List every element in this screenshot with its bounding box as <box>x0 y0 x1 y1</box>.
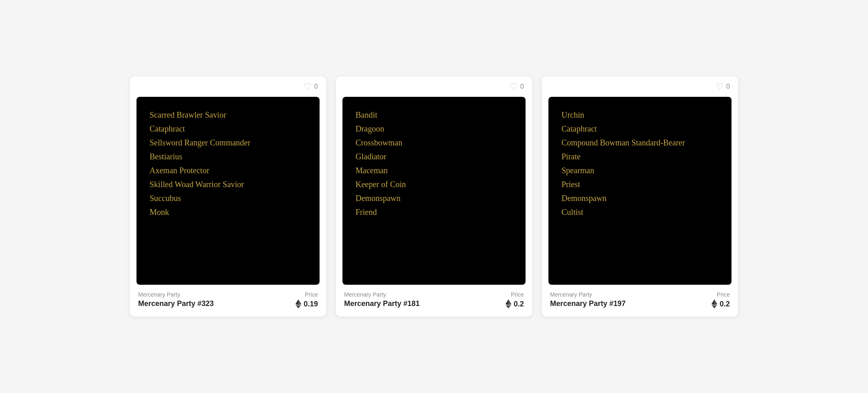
footer-row: Mercenary PartyMercenary Party #197Price… <box>550 291 730 308</box>
character-item: Dragoon <box>356 122 512 135</box>
price-label: Price <box>295 291 318 298</box>
like-count: 0 <box>314 83 318 90</box>
price-section: Price 0.2 <box>506 291 524 308</box>
character-item: Sellsword Ranger Commander <box>150 136 306 149</box>
footer-row: Mercenary PartyMercenary Party #181Price… <box>344 291 524 308</box>
svg-marker-3 <box>298 305 301 309</box>
character-item: Demonspawn <box>562 192 718 205</box>
heart-icon[interactable]: ♡ <box>716 82 724 91</box>
character-item: Scarred Brawler Savior <box>150 108 306 121</box>
party-name[interactable]: Mercenary Party #197 <box>550 299 626 308</box>
price-section: Price 0.2 <box>711 291 730 308</box>
like-count: 0 <box>520 83 524 90</box>
like-count: 0 <box>726 83 730 90</box>
cards-container: ♡0Scarred Brawler SaviorCataphractSellsw… <box>107 76 761 317</box>
price-value: 0.2 <box>506 299 524 308</box>
ethereum-icon <box>295 299 301 308</box>
card-3: ♡0UrchinCataphractCompound Bowman Standa… <box>542 76 738 317</box>
card-header: ♡0 <box>130 76 326 97</box>
svg-marker-10 <box>714 299 717 305</box>
price-number: 0.2 <box>514 300 524 308</box>
party-info: Mercenary PartyMercenary Party #197 <box>550 291 626 308</box>
card-image: BanditDragoonCrossbowmanGladiatorMaceman… <box>342 97 526 285</box>
character-item: Cataphract <box>150 122 306 135</box>
card-image: UrchinCataphractCompound Bowman Standard… <box>548 97 732 285</box>
price-number: 0.2 <box>720 300 730 308</box>
character-item: Axeman Protector <box>150 164 306 177</box>
price-value: 0.2 <box>711 299 730 308</box>
character-item: Demonspawn <box>356 192 512 205</box>
card-image: Scarred Brawler SaviorCataphractSellswor… <box>136 97 320 285</box>
price-label: Price <box>711 291 730 298</box>
svg-marker-2 <box>298 299 301 305</box>
party-label: Mercenary Party <box>344 291 420 298</box>
character-list: BanditDragoonCrossbowmanGladiatorMaceman… <box>356 108 512 219</box>
svg-marker-7 <box>508 305 511 309</box>
character-list: Scarred Brawler SaviorCataphractSellswor… <box>150 108 306 219</box>
character-item: Gladiator <box>356 150 512 163</box>
character-item: Succubus <box>150 192 306 205</box>
card-1: ♡0Scarred Brawler SaviorCataphractSellsw… <box>130 76 326 317</box>
character-item: Priest <box>562 178 718 191</box>
character-item: Urchin <box>562 108 718 121</box>
card-header: ♡0 <box>542 76 738 97</box>
price-section: Price 0.19 <box>295 291 318 308</box>
ethereum-icon <box>506 299 511 308</box>
party-name[interactable]: Mercenary Party #323 <box>138 299 214 308</box>
price-value: 0.19 <box>295 299 318 308</box>
character-item: Cataphract <box>562 122 718 135</box>
character-item: Bandit <box>356 108 512 121</box>
character-item: Keeper of Coin <box>356 178 512 191</box>
ethereum-icon <box>711 299 717 308</box>
character-item: Monk <box>150 205 306 219</box>
party-name[interactable]: Mercenary Party #181 <box>344 299 420 308</box>
card-2: ♡0BanditDragoonCrossbowmanGladiatorMacem… <box>336 76 532 317</box>
character-item: Bestiarius <box>150 150 306 163</box>
heart-icon[interactable]: ♡ <box>510 82 518 91</box>
character-list: UrchinCataphractCompound Bowman Standard… <box>562 108 718 219</box>
character-item: Friend <box>356 205 512 219</box>
party-info: Mercenary PartyMercenary Party #181 <box>344 291 420 308</box>
character-item: Maceman <box>356 164 512 177</box>
card-footer: Mercenary PartyMercenary Party #323Price… <box>130 285 326 317</box>
footer-row: Mercenary PartyMercenary Party #323Price… <box>138 291 318 308</box>
svg-marker-6 <box>508 299 511 305</box>
heart-icon[interactable]: ♡ <box>304 82 312 91</box>
party-label: Mercenary Party <box>550 291 626 298</box>
character-item: Crossbowman <box>356 136 512 149</box>
svg-marker-11 <box>714 305 717 309</box>
party-info: Mercenary PartyMercenary Party #323 <box>138 291 214 308</box>
character-item: Spearman <box>562 164 718 177</box>
character-item: Pirate <box>562 150 718 163</box>
card-header: ♡0 <box>336 76 532 97</box>
character-item: Compound Bowman Standard-Bearer <box>562 136 718 149</box>
party-label: Mercenary Party <box>138 291 214 298</box>
card-footer: Mercenary PartyMercenary Party #197Price… <box>542 285 738 317</box>
card-footer: Mercenary PartyMercenary Party #181Price… <box>336 285 532 317</box>
price-label: Price <box>506 291 524 298</box>
character-item: Skilled Woad Warrior Savior <box>150 178 306 191</box>
character-item: Cultist <box>562 205 718 219</box>
price-number: 0.19 <box>304 300 318 308</box>
